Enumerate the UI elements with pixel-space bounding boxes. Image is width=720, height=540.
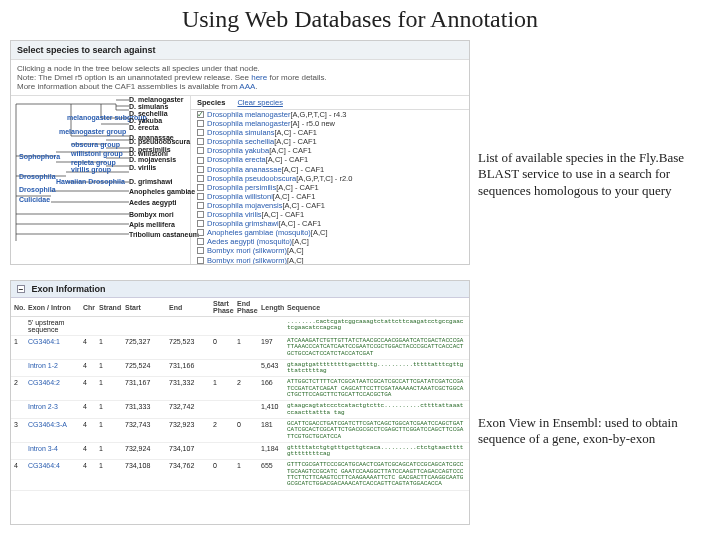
col-exon-intron: Exon / Intron <box>25 298 80 317</box>
exon-info-header: − Exon Information <box>11 281 469 298</box>
caption-flybase: List of available species in the Fly.Bas… <box>478 150 698 199</box>
tree-node[interactable]: virilis group <box>71 166 111 173</box>
tree-node[interactable]: Tribolium castaneum <box>129 231 199 238</box>
phylogeny-tree[interactable]: D. melanogaster D. simulans D. sechellia… <box>11 96 191 265</box>
species-meta: [A,C] - CAF1 <box>269 146 312 155</box>
species-item[interactable]: Bombyx mori (silkworm) [A,C] <box>191 246 469 255</box>
species-item[interactable]: Aedes aegypti (mosquito) [A,C] <box>191 237 469 246</box>
species-checkbox[interactable] <box>197 129 204 136</box>
species-item[interactable]: Drosophila ananassae [A,C] - CAF1 <box>191 165 469 174</box>
tree-node[interactable]: D. pseudoobscura <box>129 138 190 145</box>
flybase-panel: Select species to search against Clickin… <box>10 40 470 265</box>
species-checkbox[interactable] <box>197 257 204 264</box>
exon-link[interactable]: Intron 2-3 <box>25 401 80 419</box>
sequence-text: ATTGGCTCTTTTCATCGCATAATCGCATCGCCATTCGATA… <box>287 379 466 398</box>
tree-node[interactable]: D. grimshawi <box>129 178 173 185</box>
tree-node[interactable]: D. mojavensis <box>129 156 176 163</box>
species-item[interactable]: Drosophila pseudoobscura [A,G,P,T,C] - r… <box>191 174 469 183</box>
clear-species-link[interactable]: Clear species <box>237 98 282 107</box>
species-checkbox[interactable] <box>197 211 204 218</box>
species-name: Drosophila ananassae <box>207 165 282 174</box>
tree-node[interactable]: Culicidae <box>19 196 50 203</box>
species-meta: [A,G,P,T,C] - r4.3 <box>290 110 346 119</box>
col-start-phase: Start Phase <box>210 298 234 317</box>
species-list: Species Clear species Drosophila melanog… <box>191 96 469 265</box>
species-checkbox[interactable] <box>197 238 204 245</box>
species-item[interactable]: Anopheles gambiae (mosquito) [A,C] <box>191 228 469 237</box>
tree-node[interactable]: melanogaster group <box>59 128 126 135</box>
tree-node[interactable]: Drosophila <box>19 173 56 180</box>
note-link-here[interactable]: here <box>251 73 267 82</box>
exon-link[interactable]: CG3464:4 <box>25 460 80 490</box>
species-checkbox[interactable] <box>197 247 204 254</box>
species-item[interactable]: Drosophila melanogaster [A,G,P,T,C] - r4… <box>191 110 469 119</box>
col-end: End <box>166 298 210 317</box>
species-checkbox[interactable] <box>197 166 204 173</box>
species-item[interactable]: Drosophila virilis [A,C] - CAF1 <box>191 210 469 219</box>
species-meta: [A,C] <box>287 246 304 255</box>
species-checkbox[interactable] <box>197 229 204 236</box>
tree-node[interactable]: Aedes aegypti <box>129 199 176 206</box>
species-meta: [A,C] - CAF1 <box>282 201 325 210</box>
species-checkbox[interactable] <box>197 202 204 209</box>
col-strand: Strand <box>96 298 122 317</box>
tree-node[interactable]: D. erecta <box>129 124 159 131</box>
species-item[interactable]: Drosophila grimshawi [A,C] - CAF1 <box>191 219 469 228</box>
exon-link[interactable]: Intron 1-2 <box>25 359 80 377</box>
species-checkbox[interactable] <box>197 175 204 182</box>
species-name: Bombyx mori (silkworm) <box>207 256 287 265</box>
species-name: Drosophila erecta <box>207 155 266 164</box>
exon-link[interactable]: CG3464:2 <box>25 377 80 401</box>
exon-link[interactable]: CG3464:1 <box>25 336 80 360</box>
species-item[interactable]: Bombyx mori (silkworm) [A,C] <box>191 256 469 265</box>
tree-node[interactable]: Bombyx mori <box>129 211 174 218</box>
tree-node[interactable]: Drosophila <box>19 186 56 193</box>
tree-node[interactable]: obscura group <box>71 141 120 148</box>
col-sequence: Sequence <box>284 298 469 317</box>
species-name: Drosophila melanogaster <box>207 119 290 128</box>
tree-node[interactable]: Anopheles gambiae <box>129 188 195 195</box>
exon-link[interactable]: Intron 3-4 <box>25 442 80 460</box>
species-item[interactable]: Drosophila willistoni [A,C] - CAF1 <box>191 192 469 201</box>
sequence-text: gtaagcagtatccctcatactgtcttc..........ctt… <box>287 403 466 416</box>
species-meta: [A,C] <box>287 256 304 265</box>
col-end-phase: End Phase <box>234 298 258 317</box>
table-row: 4CG3464:441734,108734,76201655GTTTCGCGAT… <box>11 460 469 490</box>
species-item[interactable]: Drosophila yakuba [A,C] - CAF1 <box>191 146 469 155</box>
species-meta: [A,G,P,T,C] - r2.0 <box>296 174 352 183</box>
tree-node[interactable]: D. virilis <box>129 164 156 171</box>
species-checkbox[interactable] <box>197 193 204 200</box>
species-item[interactable]: Drosophila melanogaster [A] - r5.0 new <box>191 119 469 128</box>
tree-node[interactable]: willistoni group <box>71 150 123 157</box>
sequence-text: GTTTCGCGATTCCCGCATGCAACTCGATCGCAGCATCCGC… <box>287 462 466 487</box>
tree-node[interactable]: repleta group <box>71 159 116 166</box>
tree-node[interactable]: D. simulans <box>129 103 168 110</box>
tree-node[interactable]: Hawaiian Drosophila <box>56 178 125 185</box>
sequence-text: gtaagtgatttttttttgacttttg..........ttttt… <box>287 362 466 375</box>
species-item[interactable]: Drosophila simulans [A,C] - CAF1 <box>191 128 469 137</box>
tree-node[interactable]: Apis mellifera <box>129 221 175 228</box>
species-item[interactable]: Drosophila persimilis [A,C] - CAF1 <box>191 183 469 192</box>
species-item[interactable]: Drosophila mojavensis [A,C] - CAF1 <box>191 201 469 210</box>
species-checkbox[interactable] <box>197 220 204 227</box>
species-name: Aedes aegypti (mosquito) <box>207 237 292 246</box>
table-row: Intron 3-441732,924734,1071,184gtttttatc… <box>11 442 469 460</box>
species-checkbox[interactable] <box>197 147 204 154</box>
collapse-icon[interactable]: − <box>17 285 25 293</box>
col-length: Length <box>258 298 284 317</box>
species-name: Drosophila virilis <box>207 210 262 219</box>
species-checkbox[interactable] <box>197 138 204 145</box>
tree-node[interactable]: D. yakuba <box>129 117 162 124</box>
flybase-note: Clicking a node in the tree below select… <box>11 60 469 96</box>
tree-node[interactable]: Sophophora <box>19 153 60 160</box>
species-item[interactable]: Drosophila erecta [A,C] - CAF1 <box>191 155 469 164</box>
exon-link[interactable]: CG3464:3-A <box>25 418 80 442</box>
species-checkbox[interactable] <box>197 157 204 164</box>
species-checkbox[interactable] <box>197 111 204 118</box>
note-link-aaa[interactable]: AAA <box>239 82 255 91</box>
species-item[interactable]: Drosophila sechellia [A,C] - CAF1 <box>191 137 469 146</box>
species-checkbox[interactable] <box>197 120 204 127</box>
tree-node[interactable]: D. melanogaster <box>129 96 183 103</box>
species-meta: [A] - r5.0 new <box>290 119 335 128</box>
species-checkbox[interactable] <box>197 184 204 191</box>
